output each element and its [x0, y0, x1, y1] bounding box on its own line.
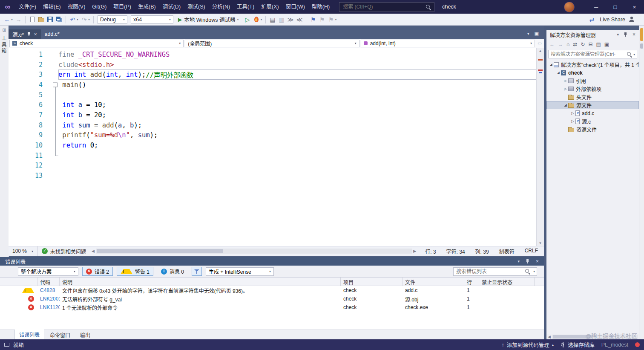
code-line[interactable]: 6 int a = 10;	[9, 100, 537, 110]
warnings-filter-button[interactable]: 警告 1	[117, 267, 153, 276]
error-code-link[interactable]: LNK2001	[37, 296, 60, 302]
error-row[interactable]: C4828文件包含在偏移 0x43 处开始的字符，该字符在当前源字符集中无效(代…	[0, 286, 544, 295]
indent-icon[interactable]: ≫	[286, 15, 295, 24]
solution-platform-dropdown[interactable]: x64▾	[131, 15, 173, 24]
document-list-caret-icon[interactable]: ▾	[527, 32, 529, 36]
close-button[interactable]: ×	[625, 0, 644, 14]
error-code-link[interactable]: C4828	[37, 287, 60, 293]
quick-launch-search-box[interactable]	[339, 2, 434, 12]
editor-vertical-scrollbar[interactable]: ▲ ▼	[536, 48, 544, 246]
messages-filter-button[interactable]: 消息 0	[157, 267, 188, 276]
expander-icon[interactable]: ◢	[548, 63, 554, 67]
forward-icon[interactable]: →	[558, 41, 563, 47]
close-icon[interactable]: ×	[536, 258, 539, 264]
chevron-down-icon[interactable]: ▾	[335, 17, 336, 21]
solution-configuration-dropdown[interactable]: Debug▾	[98, 15, 127, 24]
line-ending-indicator[interactable]: CRLF	[525, 248, 538, 255]
menu-item[interactable]: 编辑(E)	[40, 0, 64, 14]
tree-item[interactable]: ▷源.c	[546, 117, 639, 125]
column-header[interactable]: 代码	[37, 278, 60, 286]
menu-item[interactable]: 视图(V)	[64, 0, 89, 14]
scope-filter-dropdown[interactable]: 整个解决方案 ▾	[18, 267, 78, 276]
undo-icon[interactable]: ↶	[68, 15, 77, 24]
menu-item[interactable]: Git(G)	[89, 0, 110, 14]
bottom-tab[interactable]: 输出	[76, 330, 95, 340]
editor-tab[interactable]: 源.c*×	[9, 29, 41, 39]
editor-tab[interactable]: add.c*	[41, 29, 63, 39]
menu-item[interactable]: 测试(S)	[184, 0, 209, 14]
code-line[interactable]: 13	[9, 171, 537, 181]
add-to-source-control-button[interactable]: ↑ 添加到源代码管理 ▴	[501, 341, 554, 349]
column-header[interactable]: 禁止显示状态	[479, 278, 535, 286]
expander-icon[interactable]: ▷	[563, 87, 568, 91]
scroll-down-icon[interactable]: ▼	[537, 241, 544, 245]
hot-reload-icon[interactable]	[252, 15, 261, 24]
scrollbar-thumb[interactable]	[97, 249, 223, 253]
previous-bookmark-icon[interactable]: ⚑	[317, 15, 326, 24]
notification-dot[interactable]	[635, 342, 640, 347]
code-line[interactable]: 9 printf("sum=%d\n", sum);	[9, 130, 537, 141]
window-position-caret-icon[interactable]: ▾	[518, 259, 520, 263]
close-icon[interactable]: ×	[632, 32, 635, 38]
navigate-forward-icon[interactable]: →	[14, 15, 23, 24]
column-header[interactable]	[0, 278, 37, 286]
code-editor[interactable]: 1fine _CRT_SECURE_NO_WARNINGS2clude<stdi…	[9, 48, 537, 246]
error-row[interactable]: LNK11201 个无法解析的外部命令checkcheck.exe1	[0, 303, 544, 312]
window-position-caret-icon[interactable]: ▾	[617, 32, 619, 37]
chevron-down-icon[interactable]: ▾	[88, 17, 90, 21]
collapse-all-icon[interactable]: ⊟	[588, 41, 592, 47]
error-list-search-box[interactable]: ▾	[453, 267, 537, 276]
menu-item[interactable]: 工具(T)	[233, 0, 258, 14]
next-bookmark-icon[interactable]: ⚑	[326, 15, 335, 24]
new-file-icon[interactable]	[28, 15, 37, 24]
tree-item[interactable]: ◢源文件	[546, 101, 639, 109]
tree-item[interactable]: ▷外部依赖项	[546, 85, 639, 93]
toolbox-icon[interactable]: ⊞	[0, 26, 9, 33]
split-editor-button[interactable]: ▭	[536, 40, 543, 47]
toggle-bookmark-icon[interactable]: ⚑	[308, 15, 317, 24]
tree-item[interactable]: ▷引用	[546, 77, 639, 85]
navigate-back-icon[interactable]: ←	[3, 15, 12, 24]
uncomment-icon[interactable]: ▥	[277, 15, 286, 24]
code-line[interactable]: 8 int sum = add(a, b);	[9, 120, 537, 130]
expander-icon[interactable]: ◢	[563, 103, 568, 107]
quick-launch-search-input[interactable]	[339, 4, 426, 10]
scroll-left-icon[interactable]: ◀	[546, 335, 552, 339]
code-line[interactable]: 4− main()	[9, 80, 537, 90]
outdent-icon[interactable]: ≪	[295, 15, 304, 24]
member-dropdown[interactable]: add(int, int) ▾	[361, 40, 535, 47]
expander-icon[interactable]: ▷	[570, 111, 575, 115]
show-all-files-icon[interactable]: ▤	[596, 41, 601, 47]
toolbox-tab[interactable]: 工具箱	[1, 35, 7, 55]
add-people-icon[interactable]	[629, 17, 635, 22]
refresh-icon[interactable]: ↻	[581, 41, 585, 47]
notifications-badge[interactable]	[640, 28, 643, 41]
user-avatar[interactable]	[564, 2, 575, 12]
tree-item[interactable]: ▷add.c	[546, 109, 639, 117]
code-line[interactable]: 2clude<stdio.h>	[9, 60, 537, 70]
redo-icon[interactable]: ↷	[80, 15, 89, 24]
filter-button[interactable]	[192, 267, 202, 276]
editor-horizontal-scrollbar[interactable]	[96, 249, 412, 254]
expander-icon[interactable]: ▷	[570, 119, 575, 123]
code-line[interactable]: 11	[9, 150, 537, 161]
menu-item[interactable]: 文件(F)	[15, 0, 40, 14]
error-row[interactable]: LNK2001无法解析的外部符号 g_valcheck源.obj1	[0, 295, 544, 303]
scope-dropdown[interactable]: (全局范围) ▾	[185, 40, 359, 47]
properties-icon[interactable]: ▣	[604, 41, 609, 47]
pin-icon[interactable]	[526, 259, 530, 264]
column-header[interactable]: 说明	[60, 278, 341, 286]
solution-explorer-search-box[interactable]: ▾	[548, 50, 637, 58]
expander-icon[interactable]: ▷	[563, 79, 568, 83]
chevron-down-icon[interactable]: ▾	[11, 17, 13, 21]
menu-item[interactable]: 项目(P)	[110, 0, 135, 14]
pin-icon[interactable]	[624, 32, 628, 37]
save-all-icon[interactable]	[55, 15, 63, 24]
code-line[interactable]: 7 int b = 20;	[9, 110, 537, 120]
code-line[interactable]: 1fine _CRT_SECURE_NO_WARNINGS	[9, 49, 537, 60]
chevron-down-icon[interactable]: ▾	[260, 17, 262, 21]
scroll-up-icon[interactable]: ▲	[537, 49, 544, 53]
error-code-link[interactable]: LNK1120	[37, 304, 60, 310]
chevron-down-icon[interactable]: ▾	[77, 17, 78, 21]
tree-item[interactable]: ◢check	[546, 69, 639, 77]
